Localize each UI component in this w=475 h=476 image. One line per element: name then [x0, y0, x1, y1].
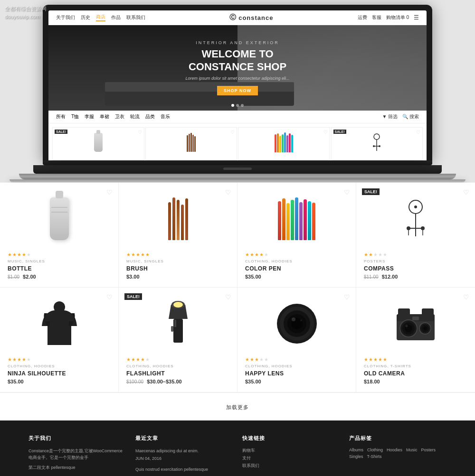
- footer-link-cart[interactable]: 购物车: [242, 448, 340, 454]
- nav-menu-icon[interactable]: ☰: [414, 14, 419, 21]
- dot-3[interactable]: [241, 104, 244, 107]
- tag-singles[interactable]: Singles: [349, 454, 363, 459]
- laptop-products-row: SALE! ♡ ♡: [48, 123, 427, 160]
- wishlist-bottle[interactable]: ♡: [106, 188, 113, 196]
- footer-about-text: Constance是一个完整的主题,它被WooCommerce电商金手。它是一个…: [28, 448, 126, 461]
- wishlist-bottle-sm[interactable]: ♡: [138, 130, 142, 135]
- wishlist-flashlight[interactable]: ♡: [225, 293, 231, 301]
- footer-link-contact[interactable]: 联系我们: [242, 463, 340, 469]
- svg-point-34: [406, 325, 408, 327]
- footer-posts-title: 最近文章: [135, 435, 233, 442]
- wishlist-compass-sm[interactable]: ♡: [416, 130, 420, 135]
- search-btn[interactable]: 🔍 搜索: [402, 113, 419, 120]
- colorpen-stars: ★ ★ ★ ★ ★: [245, 252, 348, 257]
- sale-badge-compass-sm: SALE!: [333, 130, 346, 134]
- tag-clothing[interactable]: Clothing: [367, 448, 383, 452]
- tag-posters[interactable]: Posters: [421, 448, 436, 452]
- cat-music[interactable]: 音乐: [161, 113, 170, 120]
- lens-stars: ★ ★ ★ ★ ★: [245, 357, 348, 362]
- footer-tags: 产品标签 Albums Clothing Hoodies Music Poste…: [349, 435, 446, 473]
- flashlight-image: [126, 295, 229, 352]
- footer-post-2: Quis nostrud exercitation pellentesque: [135, 466, 233, 473]
- svg-point-0: [374, 134, 380, 140]
- nav-about[interactable]: 关于我们: [56, 14, 75, 21]
- lens-price-sale: $35.00: [245, 379, 261, 384]
- cat-all[interactable]: 所有: [56, 113, 66, 120]
- dot-1[interactable]: [231, 104, 234, 107]
- load-more-btn[interactable]: 加载更多: [226, 404, 249, 410]
- hero-section: INTERIOR AND EXTERIOR WELCOME TO CONSTAN…: [48, 25, 427, 111]
- brush-image: [126, 190, 229, 247]
- ninja-category: CLOTHING, HOODIES: [8, 364, 111, 368]
- wishlist-compass[interactable]: ♡: [463, 188, 469, 196]
- nav-history[interactable]: 历史: [81, 14, 90, 21]
- cat-tshirt[interactable]: T恤: [71, 113, 79, 120]
- lens-category: CLOTHING, HOODIES: [245, 364, 348, 368]
- nav-works[interactable]: 作品: [111, 14, 121, 21]
- nav-shop[interactable]: 商店: [96, 14, 105, 21]
- brush-category: MUSIC, SINGLES: [126, 259, 229, 263]
- camera-name: OLD CAMERA: [364, 370, 467, 377]
- camera-svg: [394, 305, 437, 343]
- bottle-price-original: $1.00: [8, 274, 19, 280]
- flashlight-price: $100.00 $30.00–$35.00: [126, 379, 229, 384]
- wishlist-camera[interactable]: ♡: [463, 293, 469, 301]
- footer-tags-title: 产品标签: [349, 435, 446, 442]
- lens-image: [245, 295, 348, 352]
- wishlist-brush-sm[interactable]: ♡: [230, 130, 235, 135]
- nav-right: 运费 客服 购物清单 0 ☰: [358, 14, 419, 21]
- lens-svg: [276, 302, 318, 345]
- nav-cart[interactable]: 购物清单 0: [386, 14, 409, 21]
- product-compass: SALE! ♡ ★ ★: [356, 183, 475, 288]
- product-brush: ♡ ★ ★ ★ ★ ★ MUSIC,: [119, 183, 238, 288]
- svg-point-4: [379, 145, 380, 147]
- wishlist-colorpen[interactable]: ♡: [344, 188, 350, 196]
- tag-hoodies[interactable]: Hoodies: [387, 448, 402, 452]
- cat-hoodie[interactable]: 卫衣: [115, 113, 124, 120]
- product-ninja: ♡ ★ ★ ★ ★ ★ CLOTHING,: [0, 288, 119, 392]
- laptop-product-brush: ♡: [145, 127, 238, 160]
- bottle-name: BOTTLE: [8, 265, 111, 272]
- laptop-body: 关于我们 历史 商店 作品 联系我们 Ⓒ constance 运费 客服 购物清…: [43, 5, 432, 160]
- brush-stars: ★ ★ ★ ★ ★: [126, 252, 229, 257]
- laptop-screen: 关于我们 历史 商店 作品 联系我们 Ⓒ constance 运费 客服 购物清…: [48, 10, 427, 160]
- cat-rotate[interactable]: 轮流: [130, 113, 140, 120]
- svg-rect-30: [422, 308, 434, 316]
- wishlist-ninja[interactable]: ♡: [106, 293, 113, 301]
- dot-2[interactable]: [236, 104, 239, 107]
- nav-contact[interactable]: 联系我们: [126, 14, 145, 21]
- tag-tshirts[interactable]: T-Shirts: [367, 454, 382, 459]
- nav-service[interactable]: 客服: [372, 14, 381, 21]
- below-laptop-content: ♡ ★ ★ ★ ★ ★ MUSIC, SINGLES BOTTLE: [0, 182, 475, 476]
- cat-right: ▼ 筛选 🔍 搜索: [382, 113, 419, 120]
- footer-quicklinks-title: 快速链接: [242, 435, 340, 442]
- tag-music[interactable]: Music: [406, 448, 418, 452]
- footer-link-payment[interactable]: 支付: [242, 455, 340, 461]
- colorpen-image: [245, 190, 348, 247]
- bottle-stars: ★ ★ ★ ★ ★: [8, 252, 111, 257]
- laptop-product-compass: SALE! ♡: [331, 127, 423, 160]
- nav-shipping[interactable]: 运费: [358, 14, 367, 21]
- filter-btn[interactable]: ▼ 筛选: [382, 113, 398, 120]
- svg-rect-29: [398, 308, 410, 316]
- load-more-section: 加载更多: [0, 392, 475, 420]
- flashlight-stars: ★ ★ ★ ★ ★: [126, 357, 229, 362]
- compass-name: COMPASS: [364, 265, 467, 272]
- cat-suit[interactable]: 李服: [85, 113, 94, 120]
- svg-point-3: [373, 145, 375, 147]
- ninja-image: [8, 295, 111, 352]
- bottle-price: $1.00 $2.00: [8, 274, 111, 280]
- cat-dress[interactable]: 单裙: [100, 113, 109, 120]
- product-old-camera: ♡: [356, 288, 475, 392]
- tag-albums[interactable]: Albums: [349, 448, 363, 452]
- svg-point-9: [407, 226, 410, 230]
- cat-brand[interactable]: 品类: [145, 113, 155, 120]
- wishlist-brush[interactable]: ♡: [225, 188, 231, 196]
- wishlist-lens[interactable]: ♡: [344, 293, 350, 301]
- hero-desc: Lorem ipsum dolor sit amet consectetur a…: [185, 76, 289, 81]
- laptop-shadow: [10, 179, 466, 182]
- products-grid: ♡ ★ ★ ★ ★ ★ MUSIC, SINGLES BOTTLE: [0, 182, 475, 392]
- flashlight-price-range: $30.00–$35.00: [147, 379, 181, 384]
- wishlist-colorpen-sm[interactable]: ♡: [323, 130, 328, 135]
- shop-now-button[interactable]: SHOP NOW: [217, 86, 258, 95]
